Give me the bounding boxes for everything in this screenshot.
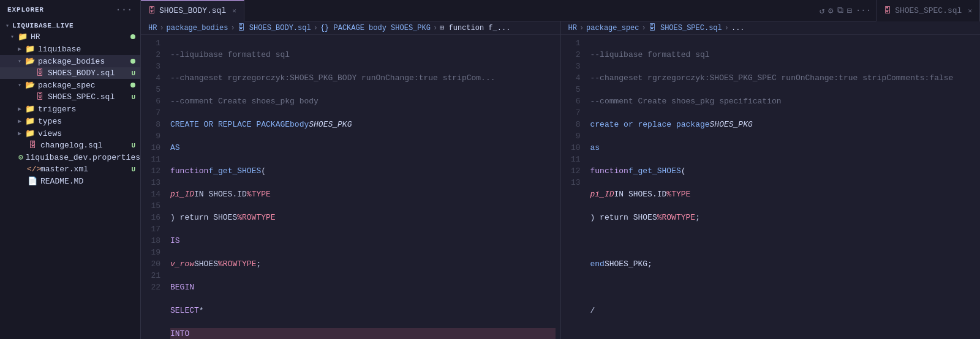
right-breadcrumb: HR › package_spec › 🗄 SHOES_SPEC.sql › .… xyxy=(561,21,981,35)
code-line: --liquibase formatted sql xyxy=(170,49,556,61)
bc-shoes-body-file: 🗄 SHOES_BODY.sql xyxy=(238,23,311,32)
arrow-icon: ▾ xyxy=(7,33,17,40)
sql-icon: 🗄 xyxy=(27,141,38,150)
folder-icon: 📁 xyxy=(24,104,36,114)
arrow-icon: ▶ xyxy=(15,117,24,125)
split-editor: HR › package_bodies › 🗄 SHOES_BODY.sql ›… xyxy=(141,21,980,339)
sidebar-root[interactable]: ▾ LIQUIBASE_LIVE xyxy=(0,21,140,31)
sidebar-header-icons[interactable]: ··· xyxy=(116,5,133,15)
more-icon[interactable]: ··· xyxy=(856,6,871,15)
xml-icon: </> xyxy=(27,165,38,174)
arrow-icon: ▾ xyxy=(15,81,24,89)
sidebar-item-shoes-body[interactable]: 🗄 SHOES_BODY.sql U xyxy=(0,67,140,79)
bc-shoes-spec-file: 🗄 SHOES_SPEC.sql xyxy=(649,23,722,32)
code-line: / xyxy=(590,305,976,316)
close-icon-right[interactable]: ✕ xyxy=(968,7,972,15)
tab-shoes-spec[interactable]: 🗄 SHOES_SPEC.sql ✕ xyxy=(876,0,980,21)
gear-icon: ⚙ xyxy=(18,152,23,162)
sidebar-item-triggers[interactable]: ▶ 📁 triggers xyxy=(0,103,140,115)
right-code-area[interactable]: 12345 678910 111213 --liquibase formatte… xyxy=(561,35,981,339)
sql-icon: 🗄 xyxy=(34,92,45,102)
history-icon[interactable]: ↺ xyxy=(820,6,824,16)
code-line: pi_ID IN SHOES.ID%TYPE xyxy=(590,188,976,200)
badge-u: U xyxy=(131,94,135,101)
badge-u: U xyxy=(131,142,135,149)
triggers-label: triggers xyxy=(38,105,140,114)
sidebar-item-master[interactable]: </> master.xml U xyxy=(0,163,140,175)
code-line: function f_get_SHOES( xyxy=(590,165,976,177)
close-icon[interactable]: ✕ xyxy=(232,7,236,15)
sidebar-item-liquibase[interactable]: ▶ 📁 liquibase xyxy=(0,43,140,55)
tab-sql-icon: 🗄 xyxy=(148,6,156,15)
code-line: --comment Create shoes_pkg specification xyxy=(590,95,976,107)
code-line: --changeset rgrzegorczyk:SHOES_PKG_BODY … xyxy=(170,72,556,84)
bc-package-bodies: package_bodies xyxy=(167,24,228,32)
sidebar-item-hr[interactable]: ▾ 📁 HR xyxy=(0,31,140,43)
code-line: pi_ID IN SHOES.ID%TYPE xyxy=(170,188,556,200)
arrow-icon: ▶ xyxy=(15,130,24,137)
split-icon[interactable]: ⧉ xyxy=(837,6,843,15)
sidebar-item-views[interactable]: ▶ 📁 views xyxy=(0,127,140,140)
left-breadcrumb: HR › package_bodies › 🗄 SHOES_BODY.sql ›… xyxy=(141,21,560,35)
settings-icon[interactable]: ⚙ xyxy=(828,6,833,16)
sidebar-item-package-spec[interactable]: ▾ 📂 package_spec xyxy=(0,79,140,91)
sql-icon: 🗄 xyxy=(34,69,45,78)
sidebar-item-package-bodies[interactable]: ▾ 📂 package_bodies xyxy=(0,55,140,67)
right-editor-pane: HR › package_spec › 🗄 SHOES_SPEC.sql › .… xyxy=(561,21,981,339)
tab-sql-icon-right: 🗄 xyxy=(884,6,891,15)
dot-indicator xyxy=(130,83,135,88)
tab-bar: 🗄 SHOES_BODY.sql ✕ ↺ ⚙ ⧉ ⊟ ··· 🗄 SHOES_S… xyxy=(141,0,980,21)
layout-icon[interactable]: ⊟ xyxy=(847,6,852,16)
sidebar-item-readme[interactable]: 📄 README.MD xyxy=(0,175,140,187)
root-label: LIQUIBASE_LIVE xyxy=(12,22,140,29)
code-line: SELECT * xyxy=(170,305,556,316)
sidebar: Explorer ··· ▾ LIQUIBASE_LIVE ▾ 📁 HR ▶ 📁… xyxy=(0,0,141,339)
bc-function: ⊞ function f_... xyxy=(440,23,510,32)
liquibase-label: liquibase xyxy=(38,45,140,54)
code-line xyxy=(590,281,976,293)
sidebar-item-properties[interactable]: ⚙ liquibase_dev.properties xyxy=(0,151,140,163)
package-spec-label: package_spec xyxy=(38,81,130,90)
hr-label: HR xyxy=(31,32,130,42)
sidebar-item-changelog[interactable]: 🗄 changelog.sql U xyxy=(0,140,140,151)
left-line-numbers: 12345 678910 1112131415 1617181920 2122 xyxy=(141,35,165,339)
left-code-content: --liquibase formatted sql --changeset rg… xyxy=(165,35,560,339)
folder-icon: 📁 xyxy=(17,32,28,42)
code-line: end SHOES_PKG; xyxy=(590,258,976,270)
sidebar-item-types[interactable]: ▶ 📁 types xyxy=(0,115,140,127)
code-line: v_row SHOES%ROWTYPE; xyxy=(170,258,556,270)
left-code-area[interactable]: 12345 678910 1112131415 1617181920 2122 … xyxy=(141,35,560,339)
views-label: views xyxy=(38,129,140,138)
right-line-numbers: 12345 678910 111213 xyxy=(561,35,586,339)
sidebar-title: Explorer xyxy=(7,6,44,13)
code-line: create or replace package SHOES_PKG xyxy=(590,119,976,130)
shoes-spec-label: SHOES_SPEC.sql xyxy=(48,92,131,102)
folder-icon: 📁 xyxy=(24,129,36,138)
bc-hr-right: HR xyxy=(568,24,577,32)
code-line: INTO xyxy=(170,328,556,339)
code-line xyxy=(590,235,976,247)
types-label: types xyxy=(38,117,140,126)
code-line: IS xyxy=(170,235,556,247)
changelog-label: changelog.sql xyxy=(40,141,131,150)
package-bodies-label: package_bodies xyxy=(38,57,130,66)
tab-shoes-body[interactable]: 🗄 SHOES_BODY.sql ✕ xyxy=(141,0,244,21)
editor-area: 🗄 SHOES_BODY.sql ✕ ↺ ⚙ ⧉ ⊟ ··· 🗄 SHOES_S… xyxy=(141,0,980,339)
arrow-icon: ▶ xyxy=(15,105,24,113)
code-line: AS xyxy=(170,142,556,154)
tab-shoes-spec-label: SHOES_SPEC.sql xyxy=(895,6,962,15)
readme-label: README.MD xyxy=(40,177,140,186)
code-line: --liquibase formatted sql xyxy=(590,49,976,61)
dot-indicator xyxy=(130,34,135,39)
badge-u: U xyxy=(131,166,135,173)
code-line xyxy=(590,328,976,339)
sidebar-item-shoes-spec[interactable]: 🗄 SHOES_SPEC.sql U xyxy=(0,91,140,103)
right-code-content: --liquibase formatted sql --changeset rg… xyxy=(586,35,981,339)
tab-actions: ↺ ⚙ ⧉ ⊟ ··· xyxy=(815,6,876,16)
code-line: CREATE OR REPLACE PACKAGE body SHOES_PKG xyxy=(170,119,556,130)
tab-shoes-body-label: SHOES_BODY.sql xyxy=(159,6,226,15)
left-editor-pane: HR › package_bodies › 🗄 SHOES_BODY.sql ›… xyxy=(141,21,561,339)
arrow-icon: ▾ xyxy=(2,22,12,29)
folder-icon: 📁 xyxy=(24,44,36,54)
code-line: BEGIN xyxy=(170,281,556,293)
